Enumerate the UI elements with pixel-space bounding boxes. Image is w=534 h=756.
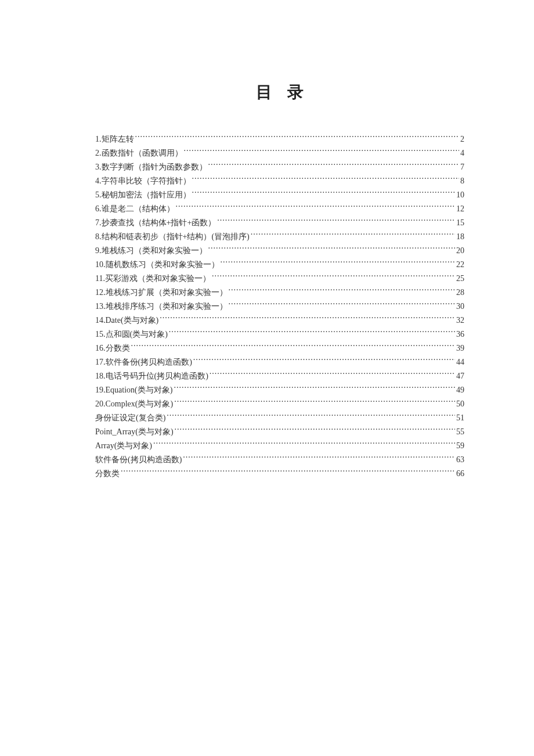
toc-entry: 16.分数类39 [95,341,464,355]
toc-leader-dots [193,357,455,365]
toc-entry-label: 软件备份(拷贝构造函数) [95,453,183,467]
toc-entry-label: 20.Complex(类与对象) [95,397,174,411]
toc-entry: 分数类66 [95,467,464,481]
toc-entry: 1.矩阵左转2 [95,132,464,146]
toc-entry-label: 身份证设定(复合类) [95,411,167,425]
toc-entry-label: 6.谁是老二（结构体） [95,202,176,216]
toc-entry-label: 18.电话号码升位(拷贝构造函数) [95,369,210,383]
toc-entry: 4.字符串比较（字符指针）8 [95,174,464,188]
toc-leader-dots [229,287,456,295]
toc-leader-dots [210,370,455,379]
toc-entry: 11.买彩游戏（类和对象实验一）25 [95,272,464,286]
toc-entry-page: 8 [459,174,464,188]
toc-entry-page: 39 [455,341,464,355]
toc-entry-label: 4.字符串比较（字符指针） [95,174,192,188]
toc-entry-page: 22 [455,258,464,272]
toc-entry-label: 13.堆栈排序练习（类和对象实验一） [95,300,229,314]
toc-entry: Point_Array(类与对象)55 [95,425,464,439]
toc-entry-page: 2 [459,132,464,146]
toc-entry: 5.秘钥加密法（指针应用）10 [95,188,464,202]
toc-entry-page: 59 [455,439,464,453]
toc-entry-page: 28 [455,286,464,300]
toc-entry-page: 4 [459,146,464,160]
toc-entry-label: 1.矩阵左转 [95,132,135,146]
toc-entry-page: 47 [455,369,464,383]
toc-entry-label: 15.点和圆(类与对象) [95,327,169,341]
toc-entry: 14.Date(类与对象)32 [95,314,464,327]
toc-entry-page: 18 [455,230,464,244]
toc-entry-page: 49 [455,383,464,397]
toc-entry-label: 2.函数指针（函数调用） [95,146,184,160]
toc-entry: 18.电话号码升位(拷贝构造函数)47 [95,369,464,383]
toc-entry-label: 11.买彩游戏（类和对象实验一） [95,272,212,286]
toc-entry-page: 7 [459,160,464,174]
toc-leader-dots [153,440,455,448]
toc-entry-page: 25 [455,272,464,286]
toc-entry: 19.Equation(类与对象)49 [95,383,464,397]
toc-leader-dots [208,245,456,253]
toc-leader-dots [192,175,460,183]
toc-entry-label: Point_Array(类与对象) [95,425,175,439]
toc-leader-dots [184,147,460,156]
toc-entry: 身份证设定(复合类)51 [95,411,464,425]
toc-entry-label: 7.抄袭查找（结构体+指针+函数） [95,216,217,230]
toc-entry-label: 分数类 [95,467,121,481]
toc-entry: Array(类与对象)59 [95,439,464,453]
toc-entry: 3.数字判断（指针为函数参数）7 [95,160,464,174]
toc-leader-dots [183,454,455,462]
toc-entry: 8.结构和链表初步（指针+结构）(冒泡排序)18 [95,230,464,244]
toc-entry-label: 3.数字判断（指针为函数参数） [95,160,208,174]
toc-entry-page: 12 [455,202,464,216]
toc-leader-dots [251,231,455,239]
toc-entry-page: 63 [455,453,464,467]
toc-entry-page: 10 [455,188,464,202]
toc-entry-page: 44 [455,355,464,369]
toc-entry: 9.堆栈练习（类和对象实验一）20 [95,244,464,258]
toc-entry: 10.随机数练习（类和对象实验一）22 [95,258,464,272]
toc-entry-page: 20 [455,244,464,258]
toc-entry-label: 9.堆栈练习（类和对象实验一） [95,244,208,258]
toc-leader-dots [135,134,460,142]
toc-leader-dots [167,412,455,420]
toc-entry: 15.点和圆(类与对象)36 [95,327,464,341]
toc-entry: 20.Complex(类与对象)50 [95,397,464,411]
toc-entry-page: 15 [455,216,464,230]
toc-entry-label: 19.Equation(类与对象) [95,383,174,397]
toc-entry-label: Array(类与对象) [95,439,153,453]
toc-entry: 12.堆栈练习扩展（类和对象实验一）28 [95,286,464,300]
toc-entry-label: 14.Date(类与对象) [95,314,160,327]
toc-leader-dots [160,315,455,323]
toc-entry-page: 50 [455,397,464,411]
toc-leader-dots [212,273,455,281]
toc-entry-page: 36 [455,327,464,341]
toc-entry: 13.堆栈排序练习（类和对象实验一）30 [95,300,464,314]
document-page: 目录 1.矩阵左转22.函数指针（函数调用）43.数字判断（指针为函数参数）74… [0,0,534,756]
toc-entry-page: 66 [455,467,464,481]
toc-leader-dots [208,161,460,170]
toc-title: 目录 [95,81,464,103]
toc-entry-page: 32 [455,314,464,327]
toc-entry-page: 51 [455,411,464,425]
toc-entry-page: 55 [455,425,464,439]
toc-entry-label: 5.秘钥加密法（指针应用） [95,188,192,202]
toc-leader-dots [192,189,456,197]
toc-entry-label: 10.随机数练习（类和对象实验一） [95,258,221,272]
toc-leader-dots [174,384,455,393]
toc-leader-dots [169,329,455,337]
toc-list: 1.矩阵左转22.函数指针（函数调用）43.数字判断（指针为函数参数）74.字符… [95,132,464,481]
toc-entry-label: 16.分数类 [95,341,131,355]
toc-entry-label: 8.结构和链表初步（指针+结构）(冒泡排序) [95,230,251,244]
toc-leader-dots [131,343,456,351]
toc-entry-label: 17.软件备份(拷贝构造函数) [95,355,193,369]
toc-leader-dots [176,203,456,211]
toc-entry-page: 30 [455,300,464,314]
toc-leader-dots [121,468,455,476]
toc-leader-dots [175,426,455,434]
toc-entry: 7.抄袭查找（结构体+指针+函数）15 [95,216,464,230]
toc-entry: 6.谁是老二（结构体）12 [95,202,464,216]
toc-leader-dots [174,398,455,406]
toc-leader-dots [221,259,456,267]
toc-entry: 2.函数指针（函数调用）4 [95,146,464,160]
toc-entry: 软件备份(拷贝构造函数)63 [95,453,464,467]
toc-entry-label: 12.堆栈练习扩展（类和对象实验一） [95,286,229,300]
